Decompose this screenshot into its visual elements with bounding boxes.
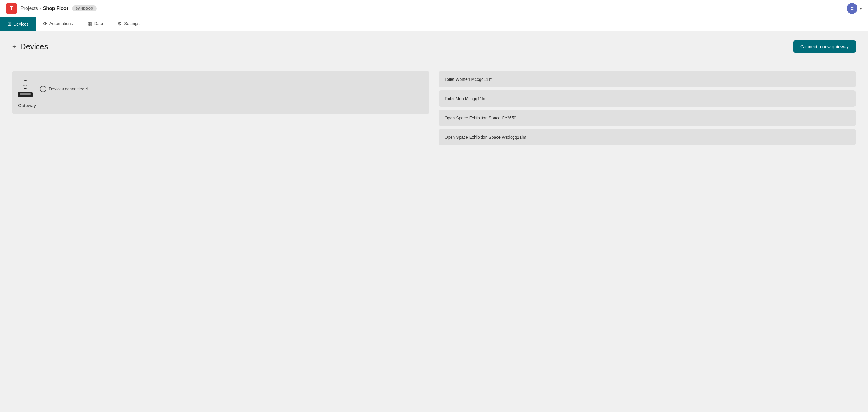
list-item: Open Space Exhibition Space Wsdcgq11lm ⋮	[438, 129, 856, 145]
loop-icon: ⟳	[43, 21, 47, 27]
list-item: Open Space Exhibition Space Cc2650 ⋮	[438, 110, 856, 126]
gateway-devices-connected: + Devices connected 4	[40, 86, 88, 92]
devices-title-icon: ✦	[12, 43, 17, 50]
chart-icon: ▦	[87, 21, 92, 27]
device-menu-button[interactable]: ⋮	[842, 115, 850, 121]
device-list: Toilet Women Mccgq11lm ⋮ Toilet Men Mccg…	[438, 71, 856, 145]
topbar: T Projects › Shop Floor SANDBOX C ▾	[0, 0, 868, 17]
device-menu-button[interactable]: ⋮	[842, 76, 850, 83]
breadcrumb-project: Shop Floor	[43, 6, 68, 11]
device-name: Open Space Exhibition Space Cc2650	[444, 116, 516, 120]
app-logo: T	[6, 3, 17, 14]
gateway-icon-wrap	[18, 80, 33, 97]
grid-icon: ⊞	[7, 21, 11, 27]
nav-label-settings: Settings	[124, 21, 140, 26]
wifi-arc-small	[24, 88, 27, 90]
gateway-devices-text: Devices connected 4	[49, 87, 88, 91]
wifi-arc-large	[22, 80, 29, 84]
gear-icon: ⚙	[118, 21, 122, 27]
wifi-waves	[22, 80, 29, 90]
nav-item-settings[interactable]: ⚙ Settings	[110, 17, 147, 31]
divider	[12, 62, 856, 62]
topbar-right: C ▾	[846, 3, 862, 14]
router-body	[18, 92, 33, 97]
plus-circle-icon: +	[40, 86, 46, 92]
nav-item-data[interactable]: ▦ Data	[80, 17, 111, 31]
chevron-down-icon[interactable]: ▾	[860, 6, 862, 11]
breadcrumb: Projects › Shop Floor	[21, 6, 68, 11]
gateway-label: Gateway	[18, 103, 424, 108]
nav-label-data: Data	[94, 21, 103, 26]
device-menu-button[interactable]: ⋮	[842, 134, 850, 141]
device-name: Toilet Women Mccgq11lm	[444, 77, 493, 82]
router-icon	[18, 80, 33, 97]
nav-item-automations[interactable]: ⟳ Automations	[36, 17, 80, 31]
device-name: Open Space Exhibition Space Wsdcgq11lm	[444, 135, 526, 140]
nav-item-devices[interactable]: ⊞ Devices	[0, 17, 36, 31]
device-name: Toilet Men Mccgq11lm	[444, 96, 487, 101]
page-header: ✦ Devices Connect a new gateway	[12, 40, 856, 53]
content-grid: ⋮ + Devices connected 4	[12, 71, 856, 145]
gateway-card-inner: + Devices connected 4	[18, 77, 424, 101]
page-title-section: ✦ Devices	[12, 42, 48, 51]
nav-label-devices: Devices	[13, 22, 29, 27]
connect-gateway-button[interactable]: Connect a new gateway	[793, 40, 856, 53]
wifi-arc-medium	[23, 85, 28, 87]
device-menu-button[interactable]: ⋮	[842, 95, 850, 102]
breadcrumb-separator: ›	[40, 6, 41, 11]
sandbox-badge: SANDBOX	[72, 5, 97, 11]
navbar: ⊞ Devices ⟳ Automations ▦ Data ⚙ Setting…	[0, 17, 868, 31]
list-item: Toilet Men Mccgq11lm ⋮	[438, 90, 856, 107]
main-content: ✦ Devices Connect a new gateway ⋮	[0, 31, 868, 412]
page-title: Devices	[20, 42, 48, 51]
breadcrumb-projects[interactable]: Projects	[21, 6, 38, 11]
gateway-card: ⋮ + Devices connected 4	[12, 71, 430, 114]
nav-label-automations: Automations	[50, 21, 73, 26]
user-avatar[interactable]: C	[846, 3, 858, 14]
gateway-menu-button[interactable]: ⋮	[420, 76, 425, 82]
list-item: Toilet Women Mccgq11lm ⋮	[438, 71, 856, 87]
